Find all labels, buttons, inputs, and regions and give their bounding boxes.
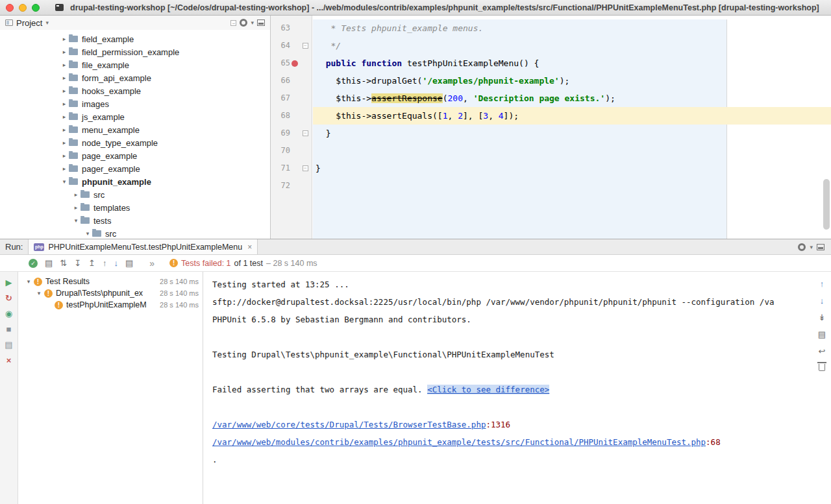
code-text[interactable]	[313, 142, 831, 160]
restore-layout-button[interactable]: ▤	[5, 341, 12, 349]
chevron-down-icon[interactable]: ▾	[251, 19, 254, 26]
code-line[interactable]: 69– }	[271, 125, 831, 142]
console-link[interactable]: /var/www/web/core/tests/Drupal/Tests/Bro…	[212, 420, 486, 429]
code-line[interactable]: 68 $this->assertEquals([1, 2], [3, 4]);	[271, 107, 831, 125]
chevron-right-icon[interactable]: ▸	[60, 126, 69, 133]
chevron-down-icon[interactable]: ▾	[23, 278, 34, 285]
test-tree-row[interactable]: ▾!Test Results28 s 140 ms	[18, 276, 203, 287]
code-text[interactable]: */	[313, 37, 831, 54]
tree-item[interactable]: ▸menu_example	[0, 123, 270, 136]
code-text[interactable]: }	[313, 160, 831, 177]
code-text[interactable]: $this->drupalGet('/examples/phpunit-exam…	[313, 72, 831, 90]
chevron-right-icon[interactable]: ▸	[60, 101, 69, 107]
tree-item[interactable]: ▾tests	[0, 214, 270, 227]
chevron-right-icon[interactable]: ▸	[60, 114, 69, 120]
clear-console-button[interactable]	[819, 364, 825, 371]
settings-gear-icon[interactable]	[240, 19, 247, 27]
editor-scrollbar[interactable]	[823, 179, 830, 230]
tree-item[interactable]: ▸src	[0, 188, 270, 201]
minimize-window-button[interactable]	[19, 4, 27, 12]
show-passed-button[interactable]: ✓	[29, 259, 38, 268]
code-text[interactable]: public function testPhpUnitExampleMenu()…	[313, 54, 831, 72]
show-ignored-button[interactable]: ▤	[45, 259, 53, 267]
code-text[interactable]	[313, 177, 831, 195]
expand-all-button[interactable]: ↧	[74, 259, 81, 267]
code-text[interactable]: $this->assertResponse(200, 'Description …	[313, 90, 831, 107]
code-line[interactable]: 66 $this->drupalGet('/examples/phpunit-e…	[271, 72, 831, 90]
console-link[interactable]: /var/www/web/modules/contrib/examples/ph…	[212, 437, 706, 447]
run-tab[interactable]: php PHPUnitExampleMenuTest.testPhpUnitEx…	[28, 239, 258, 254]
next-occurrence-button[interactable]: ↓	[820, 296, 825, 305]
chevron-down-icon[interactable]: ▾	[71, 217, 81, 224]
project-panel-title[interactable]: Project	[16, 18, 42, 28]
print-console-button[interactable]: ▤	[818, 330, 826, 339]
code-line[interactable]: 72	[271, 177, 831, 195]
code-line[interactable]: 65 public function testPhpUnitExampleMen…	[271, 54, 831, 72]
settings-gear-icon[interactable]	[798, 243, 806, 251]
sort-by-duration-button[interactable]: ⇅	[60, 259, 67, 267]
project-tool-window-icon[interactable]	[5, 19, 13, 26]
hide-run-panel-button[interactable]	[817, 244, 825, 250]
tree-item[interactable]: ▸field_permission_example	[0, 45, 270, 58]
rerun-tests-button[interactable]: ▶	[6, 278, 12, 287]
chevron-right-icon[interactable]: ▸	[60, 62, 69, 68]
code-text[interactable]: $this->assertEquals([1, 2], [3, 4]);	[313, 107, 831, 125]
chevron-right-icon[interactable]: ▸	[71, 191, 81, 198]
chevron-down-icon[interactable]: ▾	[83, 230, 92, 237]
code-line[interactable]: 63 * Tests phpunit_example menus.	[271, 19, 831, 37]
chevron-right-icon[interactable]: ▸	[60, 88, 69, 94]
tree-item[interactable]: ▾phpunit_example	[0, 175, 270, 188]
chevron-right-icon[interactable]: ▸	[71, 204, 81, 211]
toggle-auto-test-button[interactable]: ◉	[5, 309, 12, 318]
test-tree-row[interactable]: ▾!Drupal\Tests\phpunit_ex28 s 140 ms	[18, 287, 203, 299]
chevron-right-icon[interactable]: ▸	[60, 165, 69, 172]
test-tree-row[interactable]: !testPhpUnitExampleM28 s 140 ms	[18, 299, 203, 311]
code-line[interactable]: 67 $this->assertResponse(200, 'Descripti…	[271, 90, 831, 107]
tree-item[interactable]: ▸page_example	[0, 149, 270, 162]
chevron-down-icon[interactable]: ▾	[45, 19, 49, 26]
tree-item[interactable]: ▸node_type_example	[0, 136, 270, 149]
chevron-right-icon[interactable]: ▸	[60, 152, 69, 159]
collapse-all-button[interactable]: ↥	[88, 259, 95, 267]
hide-panel-button[interactable]	[257, 19, 265, 26]
code-lines[interactable]: 63 * Tests phpunit_example menus.64– */6…	[271, 19, 831, 195]
code-text[interactable]: }	[313, 125, 831, 142]
chevron-down-icon[interactable]: ▾	[34, 290, 44, 296]
soft-wrap-button[interactable]: ↩	[819, 347, 826, 355]
close-window-button[interactable]	[6, 4, 14, 12]
tree-item[interactable]: ▸hooks_example	[0, 84, 270, 97]
stop-button[interactable]: ■	[6, 325, 12, 333]
console-link[interactable]: <Click to see difference>	[427, 385, 549, 394]
tree-item[interactable]: ▸images	[0, 97, 270, 110]
chevron-right-icon[interactable]: ▸	[60, 139, 69, 146]
fold-marker-icon[interactable]: –	[303, 43, 308, 49]
code-text[interactable]: * Tests phpunit_example menus.	[313, 19, 831, 37]
close-tab-icon[interactable]: ×	[247, 243, 252, 252]
test-failed-gutter-icon[interactable]	[291, 60, 298, 67]
close-run-panel-button[interactable]: ×	[6, 356, 12, 365]
chevron-down-icon[interactable]: ▾	[60, 178, 69, 185]
code-line[interactable]: 64– */	[271, 37, 831, 54]
tree-item[interactable]: ▸templates	[0, 201, 270, 214]
scroll-to-end-button[interactable]: ↡	[819, 313, 826, 322]
tree-item[interactable]: ▸file_example	[0, 58, 270, 71]
tree-item[interactable]: ▸js_example	[0, 110, 270, 123]
fold-marker-icon[interactable]: –	[303, 130, 308, 136]
tree-item[interactable]: ▸pager_example	[0, 162, 270, 175]
previous-failed-test-button[interactable]: ↑	[103, 259, 107, 267]
code-line[interactable]: 70	[271, 142, 831, 160]
editor-empty-area[interactable]	[313, 195, 831, 239]
zoom-window-button[interactable]	[32, 4, 40, 12]
code-line[interactable]: 71–}	[271, 160, 831, 177]
console-output[interactable]: Testing started at 13:25 ...sftp://docke…	[203, 272, 813, 504]
fold-marker-icon[interactable]: –	[303, 165, 308, 171]
more-actions-icon[interactable]: »	[149, 259, 155, 268]
next-failed-test-button[interactable]: ↓	[114, 259, 119, 267]
chevron-right-icon[interactable]: ▸	[60, 75, 69, 81]
tree-item[interactable]: ▸form_api_example	[0, 71, 270, 84]
rerun-failed-tests-button[interactable]: ↻	[5, 294, 12, 302]
collapse-all-button[interactable]: –	[230, 20, 236, 26]
prev-occurrence-button[interactable]: ↑	[820, 280, 825, 288]
tree-item[interactable]: ▾src	[0, 227, 270, 239]
chevron-right-icon[interactable]: ▸	[60, 36, 69, 42]
